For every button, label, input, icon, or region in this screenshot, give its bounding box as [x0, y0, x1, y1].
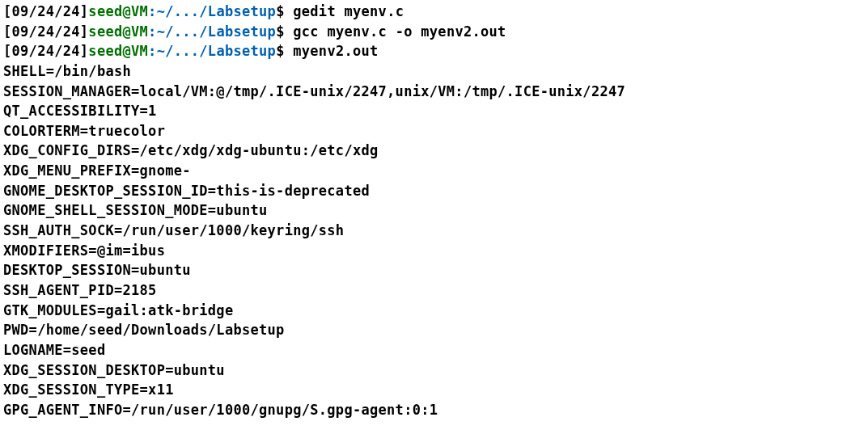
date-bracket: [09/24/24] — [3, 3, 88, 19]
prompt-colon: : — [148, 23, 157, 40]
prompt-line-3[interactable]: [09/24/24]seed@VM:~/.../Labsetup$ myenv2… — [3, 41, 865, 61]
output-line: DESKTOP_SESSION=ubuntu — [3, 260, 865, 280]
prompt-dollar: $ — [276, 43, 285, 59]
prompt-dollar: $ — [276, 23, 285, 40]
output-line: XDG_MENU_PREFIX=gnome- — [3, 161, 865, 181]
output-line: SSH_AUTH_SOCK=/run/user/1000/keyring/ssh — [3, 221, 865, 241]
output-line: XMODIFIERS=@im=ibus — [3, 241, 865, 261]
output-line: GPG_AGENT_INFO=/run/user/1000/gnupg/S.gp… — [3, 400, 865, 420]
output-line: PWD=/home/seed/Downloads/Labsetup — [3, 320, 865, 340]
prompt-path: ~/.../Labsetup — [157, 23, 277, 40]
command-text: myenv2.out — [293, 43, 378, 59]
output-line: SSH_AGENT_PID=2185 — [3, 280, 865, 301]
date-bracket: [09/24/24] — [3, 43, 88, 59]
command-text: gcc myenv.c -o myenv2.out — [293, 23, 506, 40]
prompt-path: ~/.../Labsetup — [157, 3, 277, 19]
prompt-line-1[interactable]: [09/24/24]seed@VM:~/.../Labsetup$ gedit … — [3, 2, 865, 22]
date-bracket: [09/24/24] — [3, 23, 88, 40]
output-line: LOGNAME=seed — [3, 340, 865, 360]
output-line: XDG_SESSION_DESKTOP=ubuntu — [3, 360, 865, 381]
prompt-line-2[interactable]: [09/24/24]seed@VM:~/.../Labsetup$ gcc my… — [3, 22, 865, 42]
prompt-dollar: $ — [276, 3, 285, 19]
output-line: SESSION_MANAGER=local/VM:@/tmp/.ICE-unix… — [3, 82, 865, 102]
output-line: GNOME_SHELL_SESSION_MODE=ubuntu — [3, 200, 865, 221]
output-line: QT_ACCESSIBILITY=1 — [3, 101, 865, 121]
output-line: GTK_MODULES=gail:atk-bridge — [3, 301, 865, 321]
output-line: SHELL=/bin/bash — [3, 61, 865, 82]
output-line: COLORTERM=truecolor — [3, 121, 865, 141]
output-line: XDG_CONFIG_DIRS=/etc/xdg/xdg-ubuntu:/etc… — [3, 141, 865, 161]
prompt-path: ~/.../Labsetup — [157, 43, 277, 59]
user-host: seed@VM — [88, 43, 148, 59]
output-line: GNOME_DESKTOP_SESSION_ID=this-is-depreca… — [3, 181, 865, 201]
user-host: seed@VM — [88, 23, 148, 40]
user-host: seed@VM — [88, 3, 148, 19]
output-line: XDG_SESSION_TYPE=x11 — [3, 380, 865, 400]
prompt-colon: : — [148, 43, 157, 59]
prompt-colon: : — [148, 3, 157, 19]
command-text: gedit myenv.c — [293, 3, 404, 19]
